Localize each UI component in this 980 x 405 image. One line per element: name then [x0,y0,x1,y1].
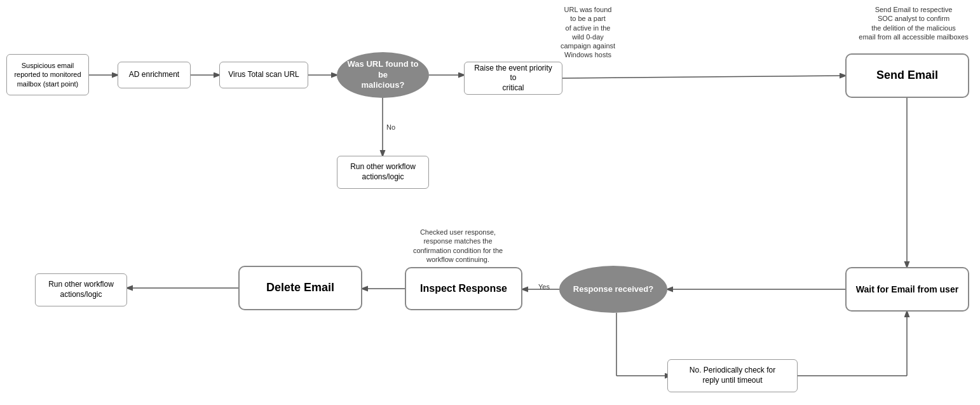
wait-email-node: Wait for Email from user [845,267,969,312]
url-decision-label: Was URL found to be malicious? [347,59,419,92]
url-decision-node: Was URL found to be malicious? [337,52,429,98]
raise-priority-label: Raise the event priority to critical [471,64,555,93]
delete-email-label: Delete Email [266,280,334,295]
run-other-top-label: Run other workflow actions/logic [350,162,416,182]
start-node: Suspicious email reported to monitored m… [6,54,89,95]
inspect-response-label: Inspect Response [420,282,507,296]
virus-total-label: Virus Total scan URL [228,70,299,80]
flowchart-diagram: Suspicious email reported to monitored m… [0,0,980,405]
run-other-bottom-label: Run other workflow actions/logic [48,280,114,299]
send-email-label: Send Email [876,68,938,83]
virus-total-node: Virus Total scan URL [219,62,308,88]
run-other-top-node: Run other workflow actions/logic [337,156,429,189]
ad-enrichment-node: AD enrichment [118,62,191,88]
url-note: URL was found to be a part of active in … [537,5,639,60]
inspect-note: Checked user response, response matches … [396,228,520,264]
response-received-label: Response received? [573,284,653,295]
send-email-node: Send Email [845,53,969,98]
ad-enrichment-label: AD enrichment [129,70,179,80]
response-received-node: Response received? [559,266,667,313]
delete-email-node: Delete Email [238,266,362,310]
periodic-check-label: No. Periodically check for reply until t… [690,366,775,385]
periodic-check-node: No. Periodically check for reply until t… [667,359,798,392]
yes-label: Yes [538,282,550,291]
arrows-svg [0,0,980,405]
start-label: Suspicious email reported to monitored m… [14,61,81,88]
inspect-response-node: Inspect Response [405,267,522,310]
wait-email-label: Wait for Email from user [856,284,958,295]
run-other-bottom-node: Run other workflow actions/logic [35,273,127,306]
svg-line-4 [562,76,845,78]
no-label-top: No [386,123,395,132]
raise-priority-node: Raise the event priority to critical [464,62,562,95]
send-email-note: Send Email to respective SOC analyst to … [852,5,976,41]
